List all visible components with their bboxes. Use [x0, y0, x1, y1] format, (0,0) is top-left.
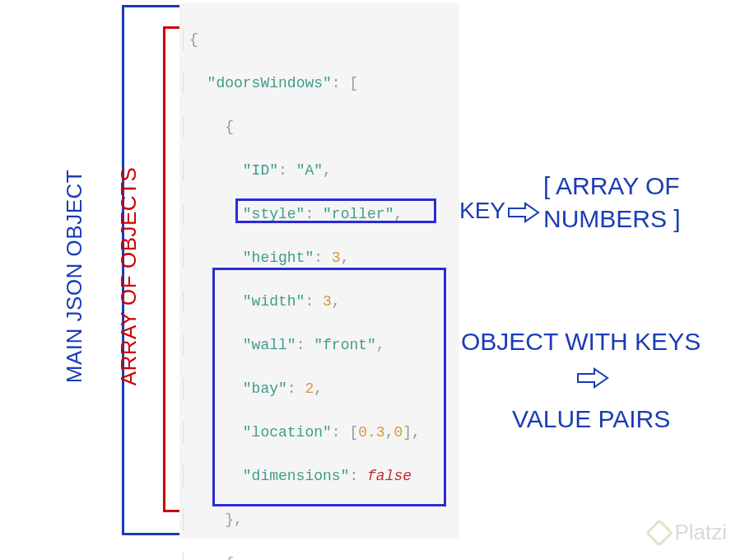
object-keys-annotation: OBJECT WITH KEYS VALUE PAIRS	[461, 325, 701, 436]
watermark-text: Platzi	[674, 520, 727, 545]
platzi-logo-icon	[645, 519, 673, 547]
annotation-line1: [ ARRAY OF	[543, 172, 680, 199]
arrow-icon	[507, 201, 540, 224]
main-json-label: MAIN JSON OBJECT	[62, 161, 87, 392]
platzi-watermark: Platzi	[650, 520, 727, 545]
object-highlight-box	[212, 268, 446, 506]
arrow-icon	[576, 366, 609, 390]
array-open: [	[349, 75, 358, 91]
array-of-objects-label: ARRAY OF OBJECTS	[116, 161, 142, 392]
key-highlight-box	[235, 198, 436, 223]
object-a-close: }	[225, 511, 234, 528]
brace-open: {	[189, 31, 198, 48]
annotation-value-pairs: VALUE PAIRS	[512, 405, 670, 432]
object-a-open: {	[225, 119, 234, 135]
object-b-open: {	[225, 555, 234, 561]
annotation-obj-keys: OBJECT WITH KEYS	[461, 328, 701, 355]
key-doorswindows: "doorsWindows"	[207, 75, 332, 91]
array-of-numbers-annotation: [ ARRAY OF NUMBERS ]	[543, 170, 681, 236]
annotation-line2: NUMBERS ]	[543, 205, 681, 232]
key-annotation: KEY	[459, 198, 505, 224]
